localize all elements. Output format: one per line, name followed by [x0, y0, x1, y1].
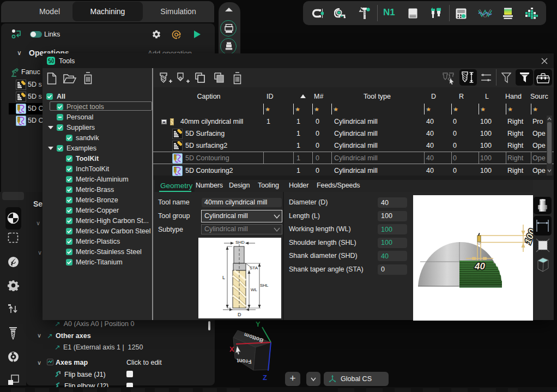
- svg-text:WL: WL: [251, 287, 258, 292]
- svg-text:D: D: [238, 312, 241, 317]
- svg-text:SHD: SHD: [235, 240, 245, 245]
- svg-text:Y: Y: [256, 320, 261, 328]
- svg-text:100: 100: [523, 227, 533, 246]
- svg-text:L: L: [222, 275, 225, 280]
- svg-text:40: 40: [474, 261, 485, 272]
- svg-text:Z: Z: [263, 373, 267, 382]
- svg-text:SHL: SHL: [260, 283, 269, 288]
- svg-text:STA: STA: [250, 266, 258, 270]
- svg-text:Front: Front: [237, 358, 252, 365]
- svg-text:X: X: [229, 345, 234, 353]
